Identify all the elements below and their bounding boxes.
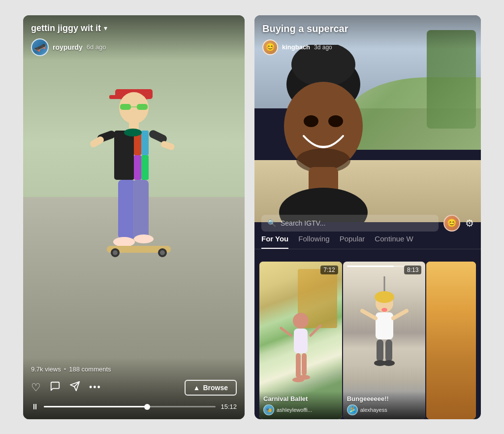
tab-continue[interactable]: Continue W: [375, 234, 413, 249]
video-title: gettin jiggy wit it: [31, 23, 101, 33]
thumbnail-card-1[interactable]: 7:12 Carnival Ballet 🎭 ashleylewoffi...: [259, 262, 342, 419]
tab-for-you[interactable]: For You: [261, 234, 288, 249]
separator: •: [64, 366, 66, 373]
thumbnail-2-user-row: 🏄 alexhayess: [347, 404, 422, 415]
skateboarder-figure: [70, 55, 198, 331]
svg-point-34: [328, 115, 343, 127]
progress-handle[interactable]: [144, 404, 150, 410]
svg-rect-2: [109, 95, 119, 99]
svg-rect-20: [133, 180, 149, 239]
svg-point-52: [381, 308, 387, 312]
browse-label: Browse: [203, 384, 228, 392]
svg-point-48: [375, 291, 394, 303]
svg-line-40: [281, 328, 291, 335]
thumbnail-2-info: Bungeeeeee!! 🏄 alexhayess: [343, 391, 426, 419]
progress-fill: [44, 406, 147, 407]
svg-point-45: [298, 375, 310, 380]
thumbnail-2-username: alexhayess: [360, 407, 387, 413]
svg-point-22: [134, 234, 154, 243]
app-container: gettin jiggy wit it ▾ 🛹 roypurdy 6d ago …: [0, 0, 504, 434]
bungee-person: [355, 276, 414, 375]
right-video-panel: Buying a supercar 😊 kingbach 3d ago 🔍 Se…: [254, 15, 481, 419]
left-top-overlay: gettin jiggy wit it ▾ 🛹 roypurdy 6d ago: [23, 15, 245, 60]
thumbnail-card-2[interactable]: 8:13 Bungeeeeee!! 🏄 alexhayess: [343, 262, 426, 419]
browse-chevron: ▲: [193, 384, 200, 392]
search-icon: 🔍: [267, 219, 277, 228]
progress-row: ⏸ 15:12: [31, 402, 237, 411]
svg-rect-19: [118, 180, 135, 239]
thumbnail-2-progress-fill: [347, 266, 394, 267]
right-time: 3d ago: [314, 44, 332, 51]
thumbnail-1-info: Carnival Ballet 🎭 ashleylewoffi...: [259, 391, 342, 419]
time-display: 15:12: [220, 403, 237, 410]
tab-popular[interactable]: Popular: [340, 234, 365, 249]
progress-bar[interactable]: [44, 406, 216, 407]
svg-rect-10: [141, 131, 149, 155]
like-icon[interactable]: ♡: [31, 381, 41, 394]
thumbnails-area: 7:12 Carnival Ballet 🎭 ashleylewoffi...: [254, 257, 481, 419]
svg-rect-39: [294, 329, 308, 353]
thumbnail-2-avatar[interactable]: 🏄: [347, 404, 358, 415]
svg-point-56: [383, 360, 395, 366]
svg-line-41: [311, 326, 320, 335]
views-count: 9.7k views: [31, 366, 61, 373]
thumbnail-2-progress-bar[interactable]: [347, 266, 406, 267]
svg-rect-13: [123, 131, 134, 180]
thumbnail-2-title: Bungeeeeee!!: [347, 395, 422, 402]
thumbnail-card-3[interactable]: [426, 262, 476, 419]
dropdown-icon[interactable]: ▾: [104, 24, 107, 32]
avatar[interactable]: 🛹: [31, 38, 49, 56]
thumbnail-1-user-row: 🎭 ashleylewoffi...: [263, 404, 338, 415]
svg-rect-4: [120, 104, 131, 110]
svg-point-38: [293, 313, 309, 329]
svg-rect-54: [385, 339, 392, 362]
svg-rect-43: [302, 353, 307, 375]
thumbnail-1-title: Carnival Ballet: [263, 395, 338, 402]
left-bottom-overlay: 9.7k views • 188 comments ♡ ••• ▲: [23, 358, 245, 419]
left-video-panel: gettin jiggy wit it ▾ 🛹 roypurdy 6d ago …: [23, 15, 245, 419]
comments-count: 188 comments: [69, 366, 111, 373]
svg-point-14: [124, 129, 142, 136]
search-bar[interactable]: 🔍 Search IGTV...: [261, 215, 439, 232]
share-icon[interactable]: [69, 381, 80, 395]
svg-rect-11: [134, 155, 141, 180]
svg-point-25: [113, 250, 118, 255]
video-title-row: gettin jiggy wit it ▾: [31, 23, 237, 33]
svg-rect-49: [376, 312, 393, 339]
right-username[interactable]: kingbach: [282, 43, 310, 51]
browse-button[interactable]: ▲ Browse: [185, 380, 237, 396]
svg-point-33: [304, 115, 318, 127]
actions-row: ♡ ••• ▲ Browse: [31, 380, 237, 396]
right-avatar[interactable]: 😊: [262, 39, 278, 55]
right-top-overlay: Buying a supercar 😊 kingbach 3d ago: [254, 15, 481, 63]
search-area: 🔍 Search IGTV... 😊 ⚙: [254, 210, 481, 236]
pause-button[interactable]: ⏸: [31, 402, 39, 411]
search-placeholder-text: Search IGTV...: [281, 219, 325, 227]
ballet-person: [276, 311, 325, 390]
user-info-row: 🛹 roypurdy 6d ago: [31, 38, 237, 56]
tab-following[interactable]: Following: [298, 234, 329, 249]
nav-tabs: For You Following Popular Continue W: [254, 234, 481, 249]
thumbnail-3-bg: [426, 262, 476, 419]
thumbnail-2-duration: 8:13: [404, 266, 421, 274]
svg-line-50: [362, 311, 376, 318]
thumbnail-1-avatar[interactable]: 🎭: [263, 404, 274, 415]
svg-rect-18: [160, 140, 175, 151]
username[interactable]: roypurdy: [53, 43, 83, 51]
comment-icon[interactable]: [50, 381, 61, 395]
svg-rect-12: [141, 155, 149, 180]
thumbnail-1-duration: 7:12: [320, 266, 338, 274]
stats-row: 9.7k views • 188 comments: [31, 366, 237, 373]
svg-point-27: [160, 250, 165, 255]
svg-point-21: [113, 237, 135, 247]
profile-mini-icon[interactable]: 😊: [443, 215, 460, 232]
settings-icon[interactable]: ⚙: [465, 217, 474, 229]
post-time: 6d ago: [87, 43, 106, 51]
left-actions: ♡ •••: [31, 381, 101, 395]
svg-rect-42: [296, 353, 301, 378]
more-options-icon[interactable]: •••: [89, 382, 101, 393]
person-figure-right: [254, 45, 402, 222]
svg-line-51: [393, 311, 407, 318]
right-user-row: 😊 kingbach 3d ago: [262, 39, 473, 55]
svg-rect-53: [377, 339, 383, 362]
